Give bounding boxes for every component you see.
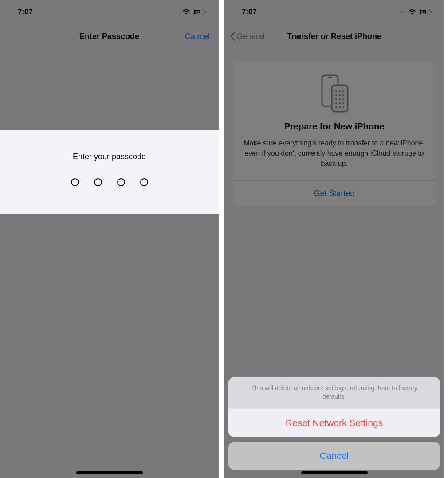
svg-point-14 bbox=[335, 94, 337, 96]
status-right: ··· 62 bbox=[179, 9, 206, 15]
status-right: ••• 62 bbox=[399, 9, 432, 15]
wifi-icon bbox=[408, 9, 416, 15]
reset-network-settings-button[interactable]: Reset Network Settings bbox=[228, 408, 440, 437]
get-started-button[interactable]: Get Started bbox=[242, 181, 427, 206]
svg-point-17 bbox=[335, 98, 337, 100]
home-indicator[interactable] bbox=[301, 471, 368, 474]
passcode-dot bbox=[94, 178, 102, 186]
action-sheet-cancel-button[interactable]: Cancel bbox=[228, 442, 440, 470]
battery-icon: 62 bbox=[419, 9, 432, 15]
nav-bar: General Transfer or Reset iPhone bbox=[224, 24, 444, 49]
passcode-label: Enter your passcode bbox=[73, 152, 146, 161]
svg-text:62: 62 bbox=[195, 10, 200, 15]
passcode-panel: Enter your passcode bbox=[0, 130, 219, 214]
action-sheet-message: This will delete all network settings, r… bbox=[228, 377, 440, 408]
prepare-title: Prepare for New iPhone bbox=[242, 121, 427, 132]
svg-text:62: 62 bbox=[421, 10, 425, 15]
transfer-phones-icon bbox=[317, 74, 352, 114]
phone-screen-passcode: 7:07 ··· 62 Enter Passcode Cancel Enter … bbox=[0, 0, 220, 478]
svg-point-18 bbox=[339, 98, 341, 100]
status-time: 7:07 bbox=[242, 8, 257, 16]
passcode-dot bbox=[140, 178, 148, 186]
svg-point-12 bbox=[339, 90, 341, 92]
passcode-dot bbox=[117, 178, 125, 186]
svg-point-15 bbox=[339, 94, 341, 96]
phone-screen-reset: 7:07 ••• 62 General Transfer or Reset iP… bbox=[224, 0, 444, 478]
svg-point-13 bbox=[342, 90, 344, 92]
cellular-signal-icon: ··· bbox=[179, 10, 180, 15]
svg-point-23 bbox=[335, 106, 337, 108]
dim-overlay bbox=[0, 0, 219, 478]
action-sheet-group: This will delete all network settings, r… bbox=[228, 377, 440, 437]
nav-title: Transfer or Reset iPhone bbox=[287, 32, 381, 41]
svg-rect-6 bbox=[431, 11, 432, 13]
status-bar: 7:07 ··· 62 bbox=[0, 0, 219, 24]
svg-rect-2 bbox=[205, 11, 206, 13]
home-indicator[interactable] bbox=[76, 471, 143, 474]
svg-point-21 bbox=[339, 102, 341, 104]
nav-title: Enter Passcode bbox=[79, 32, 139, 41]
chevron-left-icon bbox=[229, 31, 236, 41]
wifi-icon bbox=[182, 9, 190, 15]
action-sheet: This will delete all network settings, r… bbox=[228, 377, 440, 470]
svg-point-19 bbox=[342, 98, 344, 100]
prepare-card: Prepare for New iPhone Make sure everyth… bbox=[233, 62, 436, 206]
svg-point-11 bbox=[335, 90, 337, 92]
battery-icon: 62 bbox=[193, 9, 206, 15]
back-button[interactable]: General bbox=[229, 31, 265, 41]
back-label: General bbox=[236, 32, 265, 41]
cancel-button[interactable]: Cancel bbox=[185, 32, 210, 41]
passcode-dots[interactable] bbox=[71, 178, 148, 186]
status-time: 7:07 bbox=[18, 8, 33, 16]
nav-bar: Enter Passcode Cancel bbox=[0, 24, 219, 49]
svg-rect-9 bbox=[328, 77, 332, 78]
svg-point-24 bbox=[339, 106, 341, 108]
svg-point-25 bbox=[342, 106, 344, 108]
svg-point-20 bbox=[335, 102, 337, 104]
status-bar: 7:07 ••• 62 bbox=[224, 0, 444, 24]
more-dots-icon: ••• bbox=[399, 10, 405, 15]
passcode-dot bbox=[71, 178, 79, 186]
prepare-desc: Make sure everything's ready to transfer… bbox=[242, 138, 427, 169]
svg-point-22 bbox=[342, 102, 344, 104]
svg-point-16 bbox=[342, 94, 344, 96]
